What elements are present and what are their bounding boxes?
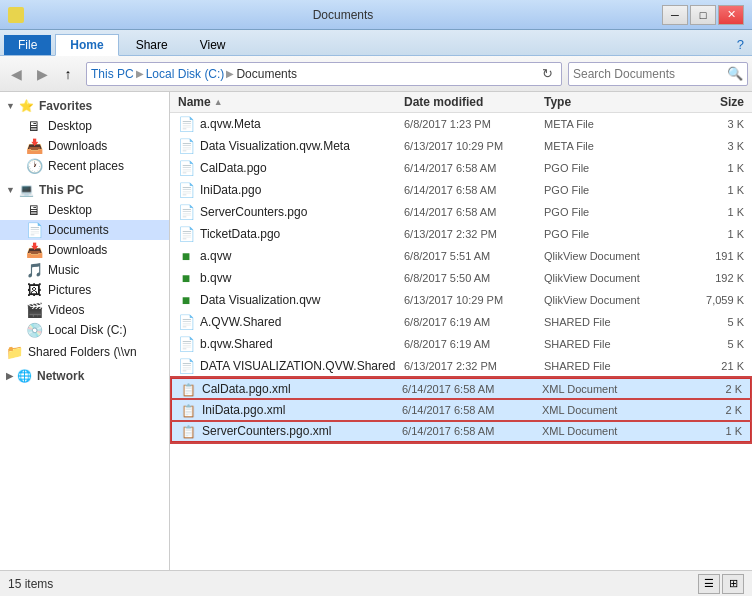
- table-row[interactable]: 📄b.qvw.Shared6/8/2017 6:19 AMSHARED File…: [170, 333, 752, 355]
- address-crumb-thispc[interactable]: This PC: [91, 67, 134, 81]
- nav-item-recent-places[interactable]: 🕐 Recent places: [0, 156, 169, 176]
- file-date: 6/14/2017 6:58 AM: [402, 383, 542, 395]
- table-row[interactable]: 📄DATA VISUALIZATION.QVW.Shared6/13/2017 …: [170, 355, 752, 377]
- maximize-button[interactable]: □: [690, 5, 716, 25]
- table-row[interactable]: ■Data Visualization.qvw6/13/2017 10:29 P…: [170, 289, 752, 311]
- file-date: 6/14/2017 6:58 AM: [404, 184, 544, 196]
- file-size: 2 K: [682, 404, 742, 416]
- file-size: 2 K: [682, 383, 742, 395]
- desktop-fav-icon: 🖥: [26, 118, 42, 134]
- col-header-type[interactable]: Type: [544, 95, 684, 109]
- downloads-pc-icon: 📥: [26, 242, 42, 258]
- search-input[interactable]: [573, 67, 727, 81]
- table-row[interactable]: 📄a.qvw.Meta6/8/2017 1:23 PMMETA File3 K: [170, 113, 752, 135]
- favorites-section[interactable]: ▼ ⭐ Favorites: [0, 96, 169, 116]
- window-controls: ─ □ ✕: [662, 5, 744, 25]
- file-icon: 📋: [180, 423, 196, 439]
- tab-share[interactable]: Share: [121, 34, 183, 55]
- col-header-name[interactable]: Name ▲: [178, 95, 404, 109]
- nav-item-videos[interactable]: 🎬 Videos: [0, 300, 169, 320]
- file-date: 6/8/2017 5:50 AM: [404, 272, 544, 284]
- nav-item-documents[interactable]: 📄 Documents: [0, 220, 169, 240]
- file-size: 1 K: [684, 184, 744, 196]
- tab-home[interactable]: Home: [55, 34, 118, 56]
- search-box[interactable]: 🔍: [568, 62, 748, 86]
- nav-item-downloads-fav[interactable]: 📥 Downloads: [0, 136, 169, 156]
- file-type: XML Document: [542, 425, 682, 437]
- file-type: PGO File: [544, 228, 684, 240]
- file-size: 1 K: [684, 162, 744, 174]
- file-icon: 📄: [178, 160, 194, 176]
- view-grid-button[interactable]: ⊞: [722, 574, 744, 594]
- forward-button[interactable]: ▶: [30, 62, 54, 86]
- nav-item-desktop-pc[interactable]: 🖥 Desktop: [0, 200, 169, 220]
- table-row[interactable]: 📄IniData.pgo6/14/2017 6:58 AMPGO File1 K: [170, 179, 752, 201]
- file-name: Data Visualization.qvw.Meta: [200, 139, 404, 153]
- nav-item-music[interactable]: 🎵 Music: [0, 260, 169, 280]
- file-type: SHARED File: [544, 316, 684, 328]
- left-panel: ▼ ⭐ Favorites 🖥 Desktop 📥 Downloads 🕐 Re…: [0, 92, 170, 570]
- sort-arrow: ▲: [214, 97, 223, 107]
- network-arrow: ▶: [6, 371, 13, 381]
- view-buttons: ☰ ⊞: [698, 574, 744, 594]
- file-icon: 📄: [178, 204, 194, 220]
- table-row[interactable]: ■b.qvw6/8/2017 5:50 AMQlikView Document1…: [170, 267, 752, 289]
- help-icon[interactable]: ?: [737, 37, 752, 55]
- this-pc-label: This PC: [39, 183, 84, 197]
- file-type: PGO File: [544, 184, 684, 196]
- status-bar: 15 items ☰ ⊞: [0, 570, 752, 596]
- file-type: PGO File: [544, 206, 684, 218]
- refresh-button[interactable]: ↻: [537, 64, 557, 84]
- table-row[interactable]: 📋CalData.pgo.xml6/14/2017 6:58 AMXML Doc…: [170, 377, 752, 399]
- file-size: 7,059 K: [684, 294, 744, 306]
- nav-item-pictures[interactable]: 🖼 Pictures: [0, 280, 169, 300]
- file-date: 6/8/2017 1:23 PM: [404, 118, 544, 130]
- this-pc-icon: 💻: [19, 183, 34, 197]
- file-type: PGO File: [544, 162, 684, 174]
- table-row[interactable]: 📄CalData.pgo6/14/2017 6:58 AMPGO File1 K: [170, 157, 752, 179]
- main-area: ▼ ⭐ Favorites 🖥 Desktop 📥 Downloads 🕐 Re…: [0, 92, 752, 570]
- table-row[interactable]: 📄A.QVW.Shared6/8/2017 6:19 AMSHARED File…: [170, 311, 752, 333]
- nav-item-downloads-fav-label: Downloads: [48, 139, 107, 153]
- address-crumb-disk[interactable]: Local Disk (C:): [146, 67, 225, 81]
- table-row[interactable]: 📄TicketData.pgo6/13/2017 2:32 PMPGO File…: [170, 223, 752, 245]
- col-header-date[interactable]: Date modified: [404, 95, 544, 109]
- nav-item-downloads-pc[interactable]: 📥 Downloads: [0, 240, 169, 260]
- table-row[interactable]: 📋ServerCounters.pgo.xml6/14/2017 6:58 AM…: [170, 421, 752, 443]
- window-icon: [8, 7, 24, 23]
- back-button[interactable]: ◀: [4, 62, 28, 86]
- documents-icon: 📄: [26, 222, 42, 238]
- window-title: Documents: [24, 8, 662, 22]
- file-size: 21 K: [684, 360, 744, 372]
- table-row[interactable]: 📋IniData.pgo.xml6/14/2017 6:58 AMXML Doc…: [170, 399, 752, 421]
- view-details-button[interactable]: ☰: [698, 574, 720, 594]
- file-name: ServerCounters.pgo.xml: [202, 424, 402, 438]
- file-rows-container: 📄a.qvw.Meta6/8/2017 1:23 PMMETA File3 K📄…: [170, 113, 752, 443]
- file-name: A.QVW.Shared: [200, 315, 404, 329]
- table-row[interactable]: 📄Data Visualization.qvw.Meta6/13/2017 10…: [170, 135, 752, 157]
- table-row[interactable]: ■a.qvw6/8/2017 5:51 AMQlikView Document1…: [170, 245, 752, 267]
- col-header-size[interactable]: Size: [684, 95, 744, 109]
- tab-view[interactable]: View: [185, 34, 241, 55]
- this-pc-section[interactable]: ▼ 💻 This PC: [0, 180, 169, 200]
- file-type: XML Document: [542, 383, 682, 395]
- up-button[interactable]: ↑: [56, 62, 80, 86]
- file-type: META File: [544, 140, 684, 152]
- music-icon: 🎵: [26, 262, 42, 278]
- nav-item-desktop-fav[interactable]: 🖥 Desktop: [0, 116, 169, 136]
- local-disk-icon: 💿: [26, 322, 42, 338]
- close-button[interactable]: ✕: [718, 5, 744, 25]
- ribbon-tabs: File Home Share View ?: [0, 30, 752, 56]
- file-icon: ■: [178, 248, 194, 264]
- nav-item-local-disk[interactable]: 💿 Local Disk (C:): [0, 320, 169, 340]
- nav-item-pictures-label: Pictures: [48, 283, 91, 297]
- address-bar[interactable]: This PC ▶ Local Disk (C:) ▶ Documents ↻: [86, 62, 562, 86]
- minimize-button[interactable]: ─: [662, 5, 688, 25]
- file-date: 6/8/2017 5:51 AM: [404, 250, 544, 262]
- nav-item-shared-folders[interactable]: 📁 Shared Folders (\\vn: [0, 342, 169, 362]
- file-name: a.qvw.Meta: [200, 117, 404, 131]
- pictures-icon: 🖼: [26, 282, 42, 298]
- table-row[interactable]: 📄ServerCounters.pgo6/14/2017 6:58 AMPGO …: [170, 201, 752, 223]
- network-section[interactable]: ▶ 🌐 Network: [0, 366, 169, 386]
- tab-file[interactable]: File: [4, 35, 51, 55]
